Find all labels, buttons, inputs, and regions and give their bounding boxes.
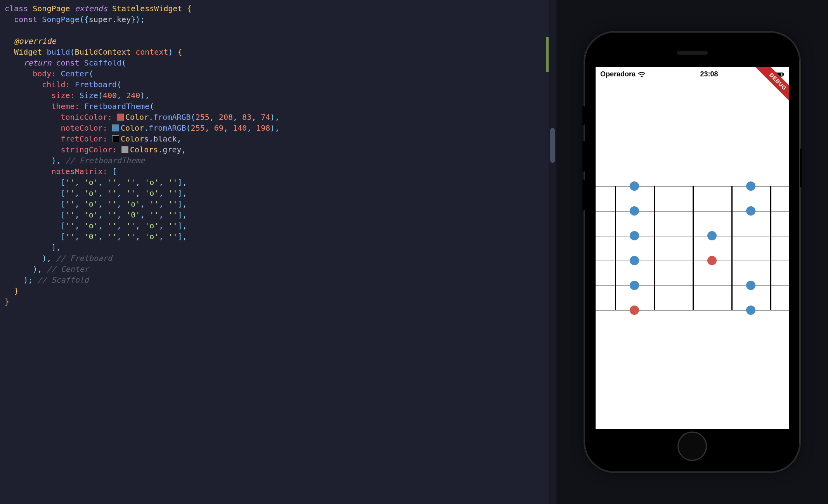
color-swatch-blue [112, 124, 119, 131]
fretboard-tonic-dot [630, 306, 639, 315]
code-line: theme: FretboardTheme( [5, 101, 532, 112]
fretboard-string [596, 310, 789, 311]
phone-mute-switch [582, 106, 585, 125]
code-line: ), // Fretboard [5, 253, 532, 264]
code-line: ['', 'o', '', '0', '', ''], [5, 209, 532, 220]
code-line: const SongPage({super.key}); [5, 14, 532, 25]
code-line: noteColor: Color.fromARGB(255, 69, 140, … [5, 123, 532, 133]
app-body [596, 67, 789, 429]
fretboard-note-dot [630, 281, 639, 290]
fretboard-string [596, 211, 789, 212]
code-line: body: Center( [5, 68, 532, 79]
code-line: tonicColor: Color.fromARGB(255, 208, 83,… [5, 112, 532, 123]
code-line: notesMatrix: [ [5, 166, 532, 177]
code-line: size: Size(400, 240), [5, 90, 532, 101]
code-line: stringColor: Colors.grey, [5, 144, 532, 155]
fretboard-note-dot [630, 181, 639, 191]
code-line: ), // FretboardTheme [5, 155, 532, 166]
code-line: ['', 'o', '', '', 'o', ''], [5, 188, 532, 198]
simulator-panel: Operadora 23:08 DEBUG [556, 0, 828, 504]
fretboard-fret [731, 186, 733, 310]
color-swatch-grey [121, 146, 128, 153]
fretboard-string [596, 236, 789, 236]
code-line: class SongPage extends StatelessWidget { [5, 3, 532, 14]
code-line: Widget build(BuildContext context) { [5, 47, 532, 57]
phone-speaker [677, 51, 708, 55]
editor-scrollbar[interactable] [549, 0, 556, 504]
fretboard-string [596, 186, 789, 187]
fretboard-note-dot [630, 206, 639, 216]
code-line: ['', '0', '', '', 'o', ''], [5, 231, 532, 242]
code-line: ['', 'o', '', 'o', '', ''], [5, 198, 532, 209]
color-swatch-red [117, 114, 124, 121]
code-line [5, 25, 532, 36]
fretboard-fret [654, 186, 655, 310]
code-line: } [5, 296, 532, 307]
code-line: return const Scaffold( [5, 57, 532, 68]
code-line: } [5, 285, 532, 296]
fretboard-note-dot [746, 306, 755, 315]
fretboard-string [596, 285, 789, 286]
fretboard-note-dot [630, 231, 639, 240]
fretboard-note-dot [746, 281, 755, 290]
phone-volume-up [582, 141, 585, 172]
code-line: ['', 'o', '', '', 'o', ''], [5, 220, 532, 231]
phone-volume-down [582, 180, 585, 211]
code-line: ), // Center [5, 264, 532, 274]
code-line: ); // Scaffold [5, 274, 532, 285]
phone-power-button [800, 148, 802, 187]
fretboard-note-dot [746, 181, 755, 191]
fretboard-note-dot [746, 206, 755, 216]
fretboard-tonic-dot [707, 256, 717, 265]
fretboard-widget [596, 186, 789, 310]
scrollbar-thumb[interactable] [550, 128, 555, 163]
fretboard-fret [770, 186, 771, 310]
fretboard-note-dot [707, 231, 717, 240]
phone-frame: Operadora 23:08 DEBUG [584, 31, 801, 473]
fretboard-fret [615, 186, 616, 310]
code-line: ], [5, 242, 532, 253]
phone-home-button[interactable] [677, 432, 707, 461]
phone-screen[interactable]: Operadora 23:08 DEBUG [596, 67, 789, 429]
code-line: child: Fretboard( [5, 79, 532, 90]
code-line: ['', 'o', '', '', 'o', ''], [5, 177, 532, 188]
fretboard-string [596, 261, 789, 261]
fretboard-fret [693, 186, 694, 310]
fretboard-note-dot [630, 256, 639, 265]
code-line: @override [5, 36, 532, 47]
code-editor[interactable]: class SongPage extends StatelessWidget {… [0, 0, 537, 504]
code-line: fretColor: Colors.black, [5, 133, 532, 144]
editor-minimap[interactable] [537, 0, 549, 504]
color-swatch-black [112, 135, 119, 142]
